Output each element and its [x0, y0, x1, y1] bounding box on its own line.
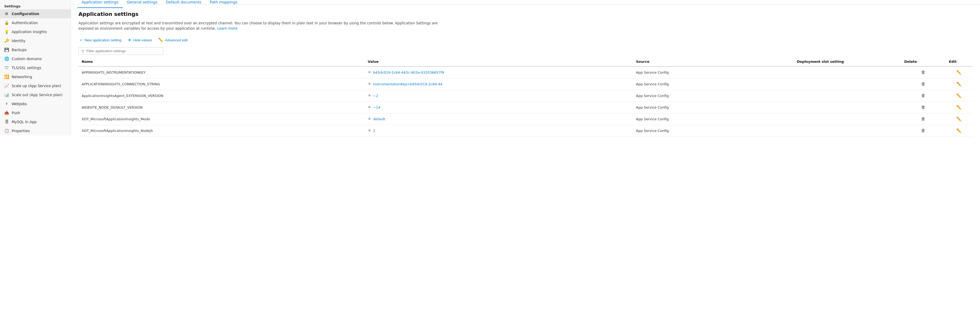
cell-edit-5: ✏️ [946, 125, 972, 136]
tls-ssl-icon: 🛡 [4, 65, 9, 70]
delete-button-1[interactable]: 🗑 [920, 81, 927, 87]
sidebar-item-scale-up[interactable]: 📈 Scale up (App Service plan) [0, 81, 71, 90]
mysql-icon: 🗄 [4, 119, 9, 124]
cell-source-5: App Service Config [633, 125, 794, 136]
sidebar-item-webjobs[interactable]: ⚡ WebJobs [0, 99, 71, 108]
settings-table: Name Value Source Deployment slot settin… [78, 57, 972, 137]
scale-up-icon: 📈 [4, 84, 9, 88]
sidebar-item-networking[interactable]: 🔁 Networking [0, 72, 71, 81]
new-application-setting-button[interactable]: ＋ New application setting [78, 36, 122, 44]
sidebar-item-configuration[interactable]: ⚙ Configuration [0, 9, 71, 18]
sidebar-label-backups: Backups [12, 48, 27, 52]
sidebar-item-authentication[interactable]: 🔒 Authentication [0, 18, 71, 27]
table-row: ApplicationInsightsAgent_EXTENSION_VERSI… [78, 90, 972, 101]
cell-value-5: 👁 1 [364, 125, 633, 136]
sidebar-item-backups[interactable]: 💾 Backups [0, 45, 71, 54]
eye-icon-2: 👁 [368, 93, 371, 98]
edit-button-5[interactable]: ✏️ [955, 128, 963, 134]
eye-icon-5: 👁 [368, 128, 371, 133]
sidebar-label-identity: Identity [12, 39, 25, 43]
delete-button-3[interactable]: 🗑 [920, 105, 927, 110]
sidebar-label-authentication: Authentication [12, 21, 38, 25]
delete-button-5[interactable]: 🗑 [920, 128, 927, 133]
table-header-row: Name Value Source Deployment slot settin… [78, 57, 972, 67]
learn-more-link[interactable]: Learn more [217, 26, 237, 30]
networking-icon: 🔁 [4, 74, 9, 79]
value-link-0[interactable]: b45dc019-2c64-443c-903a-032036657f9 [373, 70, 444, 74]
cell-source-3: App Service Config [633, 101, 794, 113]
push-icon: 📤 [4, 111, 9, 115]
tabs-bar: Application settingsGeneral settingsDefa… [71, 0, 980, 5]
cell-edit-1: ✏️ [946, 78, 972, 90]
value-link-2[interactable]: ~2 [373, 94, 378, 98]
value-link-1[interactable]: InstrumentationKey=b45dc019-2c64-44 [373, 82, 442, 86]
page-title: Application settings [78, 11, 972, 17]
hide-values-button[interactable]: 👁 Hide values [127, 37, 153, 43]
edit-button-2[interactable]: ✏️ [955, 93, 963, 99]
tab-general-settings[interactable]: General settings [123, 0, 162, 8]
table-row: APPLICATIONINSIGHTS_CONNECTION_STRING 👁 … [78, 78, 972, 90]
sidebar-item-push[interactable]: 📤 Push [0, 108, 71, 117]
col-header-name: Name [78, 57, 364, 67]
sidebar-item-mysql[interactable]: 🗄 MySQL In App [0, 117, 71, 126]
sidebar-item-tls-ssl[interactable]: 🛡 TLS/SSL settings [0, 63, 71, 72]
main-content: Application settingsGeneral settingsDefa… [71, 0, 980, 320]
application-insights-icon: 💡 [4, 29, 9, 34]
cell-slot-4 [794, 113, 901, 125]
eye-slash-icon: 👁 [128, 38, 132, 43]
sidebar-item-application-insights[interactable]: 💡 Application Insights [0, 27, 71, 36]
filter-box[interactable]: ▽ [78, 48, 163, 55]
col-header-delete: Delete [901, 57, 946, 67]
action-bar: ＋ New application setting 👁 Hide values … [78, 36, 972, 44]
filter-input[interactable] [86, 49, 161, 53]
sidebar-label-properties: Properties [12, 129, 30, 133]
edit-button-0[interactable]: ✏️ [955, 70, 963, 76]
cell-name-1: APPLICATIONINSIGHTS_CONNECTION_STRING [78, 78, 364, 90]
sidebar-label-push: Push [12, 111, 20, 115]
cell-delete-0: 🗑 [901, 67, 946, 78]
sidebar-item-identity[interactable]: 🔑 Identity [0, 36, 71, 45]
tab-application-settings[interactable]: Application settings [77, 0, 123, 8]
properties-icon: 📋 [4, 128, 9, 133]
sidebar-label-networking: Networking [12, 75, 32, 79]
authentication-icon: 🔒 [4, 21, 9, 25]
sidebar-label-application-insights: Application Insights [12, 30, 47, 34]
filter-icon: ▽ [81, 49, 84, 53]
delete-button-0[interactable]: 🗑 [920, 70, 927, 75]
pencil-small-icon: ✏️ [158, 38, 163, 43]
cell-name-3: WEBSITE_NODE_DEFAULT_VERSION [78, 101, 364, 113]
cell-edit-3: ✏️ [946, 101, 972, 113]
tab-default-documents[interactable]: Default documents [162, 0, 206, 8]
table-row: XDT_MicrosoftApplicationInsights_Mode 👁 … [78, 113, 972, 125]
value-link-4[interactable]: default [373, 117, 385, 121]
col-header-value: Value [364, 57, 633, 67]
tab-path-mappings[interactable]: Path mappings [206, 0, 242, 8]
eye-icon-4: 👁 [368, 117, 371, 121]
value-link-5[interactable]: 1 [373, 129, 375, 133]
cell-name-0: APPINSIGHTS_INSTRUMENTATIONKEY [78, 67, 364, 78]
description-text: Application settings are encrypted at re… [78, 21, 438, 30]
col-header-edit: Edit [946, 57, 972, 67]
cell-source-0: App Service Config [633, 67, 794, 78]
cell-edit-4: ✏️ [946, 113, 972, 125]
cell-value-0: 👁 b45dc019-2c64-443c-903a-032036657f9 [364, 67, 633, 78]
cell-source-2: App Service Config [633, 90, 794, 101]
cell-delete-5: 🗑 [901, 125, 946, 136]
value-link-3[interactable]: ~14 [373, 105, 380, 109]
backups-icon: 💾 [4, 48, 9, 52]
sidebar-item-custom-domains[interactable]: 🌐 Custom domains [0, 54, 71, 63]
cell-delete-3: 🗑 [901, 101, 946, 113]
edit-button-1[interactable]: ✏️ [955, 81, 963, 87]
sidebar-item-properties[interactable]: 📋 Properties [0, 126, 71, 135]
delete-button-2[interactable]: 🗑 [920, 93, 927, 98]
webjobs-icon: ⚡ [4, 101, 9, 106]
sidebar-nav: Settings ⚙ Configuration 🔒 Authenticatio… [0, 0, 71, 135]
page-description: Application settings are encrypted at re… [78, 21, 450, 31]
edit-button-3[interactable]: ✏️ [955, 105, 963, 111]
delete-button-4[interactable]: 🗑 [920, 116, 927, 122]
cell-slot-5 [794, 125, 901, 136]
advanced-edit-button[interactable]: ✏️ Advanced edit [158, 36, 188, 43]
edit-button-4[interactable]: ✏️ [955, 116, 963, 122]
cell-name-5: XDT_MicrosoftApplicationInsights_NodeJS [78, 125, 364, 136]
sidebar-item-scale-out[interactable]: 📊 Scale out (App Service plan) [0, 90, 71, 99]
